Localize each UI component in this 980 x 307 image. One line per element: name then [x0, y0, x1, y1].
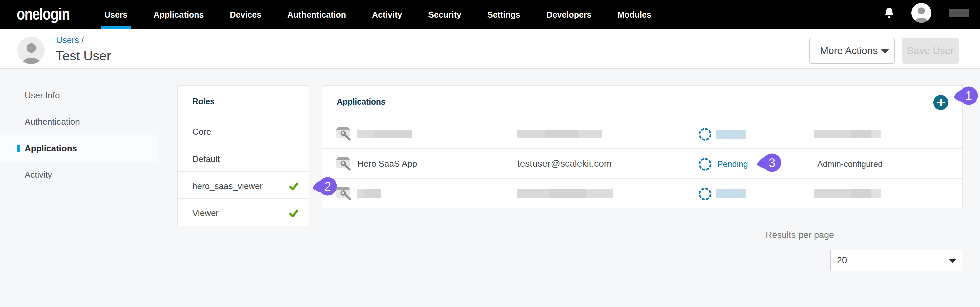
svg-text:3: 3 — [769, 156, 775, 169]
svg-text:1: 1 — [965, 89, 972, 103]
svg-text:2: 2 — [324, 180, 331, 193]
